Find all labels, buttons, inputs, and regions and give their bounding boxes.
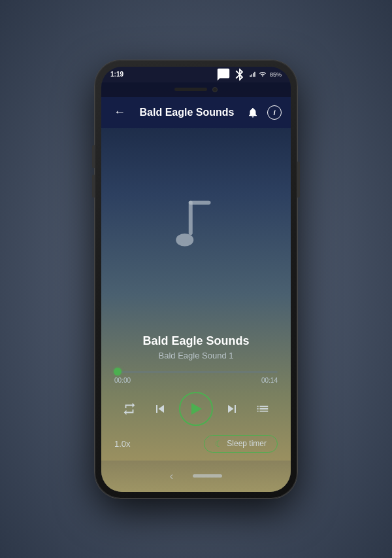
phone-frame: 1:19 85% ← Bald Eagle Sounds bbox=[95, 60, 297, 498]
status-icons: 85% bbox=[216, 67, 282, 82]
bell-icon bbox=[247, 107, 259, 118]
svg-rect-3 bbox=[254, 72, 255, 77]
bottom-nav-bar: ‹ bbox=[101, 461, 291, 492]
speaker-grille bbox=[174, 88, 207, 91]
header-action-icons: i bbox=[245, 105, 282, 120]
svg-rect-2 bbox=[253, 73, 253, 77]
sleep-timer-label: Sleep timer bbox=[227, 439, 267, 448]
page-title: Bald Eagle Sounds bbox=[129, 107, 245, 118]
signal-icon bbox=[249, 71, 257, 78]
app-header: ← Bald Eagle Sounds i bbox=[101, 97, 291, 128]
player-main: Bald Eagle Sounds Bald Eagle Sound 1 00:… bbox=[101, 128, 291, 461]
track-title: Bald Eagle Sounds bbox=[142, 334, 249, 348]
track-subtitle: Bald Eagle Sound 1 bbox=[142, 351, 249, 360]
home-indicator[interactable] bbox=[193, 474, 222, 478]
playlist-button[interactable] bbox=[251, 397, 274, 421]
repeat-icon bbox=[122, 402, 137, 416]
wifi-icon bbox=[259, 71, 267, 78]
status-time: 1:19 bbox=[110, 71, 123, 78]
phone-screen: 1:19 85% ← Bald Eagle Sounds bbox=[101, 67, 291, 492]
volume-up-button[interactable] bbox=[92, 145, 95, 168]
info-button[interactable]: i bbox=[267, 105, 282, 120]
playback-speed[interactable]: 1.0x bbox=[114, 439, 131, 449]
svg-point-6 bbox=[176, 234, 193, 247]
back-button[interactable]: ← bbox=[110, 105, 129, 119]
svg-rect-5 bbox=[189, 200, 193, 235]
progress-bar-track[interactable] bbox=[114, 371, 278, 373]
play-icon bbox=[191, 403, 202, 415]
progress-thumb[interactable] bbox=[114, 368, 122, 375]
svg-rect-1 bbox=[252, 75, 252, 77]
progress-area: 00:00 00:14 bbox=[114, 371, 278, 384]
notification-bell-button[interactable] bbox=[245, 105, 261, 120]
progress-times: 00:00 00:14 bbox=[114, 377, 278, 384]
current-time: 00:00 bbox=[114, 377, 131, 384]
extra-controls: 1.0x ☾ Sleep timer bbox=[114, 435, 278, 453]
music-note-icon bbox=[170, 198, 222, 264]
previous-button[interactable] bbox=[148, 397, 172, 421]
svg-rect-0 bbox=[250, 75, 250, 77]
message-icon bbox=[216, 67, 231, 82]
front-camera bbox=[212, 87, 218, 92]
nav-back-button[interactable]: ‹ bbox=[170, 470, 173, 482]
play-button[interactable] bbox=[179, 392, 213, 426]
playlist-icon bbox=[255, 402, 270, 416]
battery-level: 85% bbox=[270, 71, 282, 78]
phone-notch bbox=[101, 82, 291, 97]
moon-icon: ☾ bbox=[215, 439, 223, 449]
total-time: 00:14 bbox=[261, 377, 278, 384]
playback-controls bbox=[114, 392, 278, 426]
album-art-area bbox=[170, 128, 222, 334]
skip-next-icon bbox=[224, 401, 240, 417]
repeat-button[interactable] bbox=[118, 397, 141, 421]
status-bar: 1:19 85% bbox=[101, 67, 291, 82]
music-note-svg bbox=[170, 198, 222, 257]
bluetooth-icon bbox=[233, 67, 247, 82]
sleep-timer-button[interactable]: ☾ Sleep timer bbox=[204, 435, 278, 453]
volume-down-button[interactable] bbox=[92, 175, 95, 198]
next-button[interactable] bbox=[220, 397, 244, 421]
skip-prev-icon bbox=[152, 401, 168, 417]
track-info: Bald Eagle Sounds Bald Eagle Sound 1 bbox=[142, 334, 249, 360]
power-button[interactable] bbox=[297, 162, 300, 198]
